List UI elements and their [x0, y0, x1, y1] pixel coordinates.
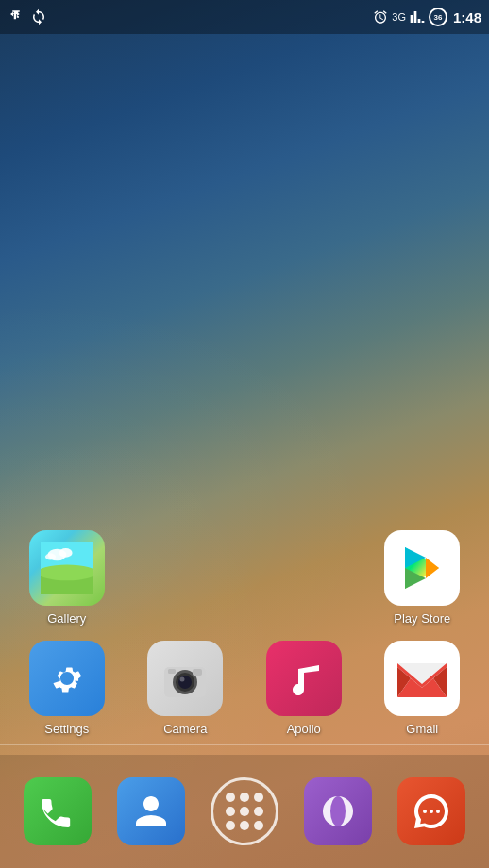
dock-contacts[interactable] [117, 777, 185, 845]
svg-point-14 [180, 677, 185, 682]
dock-divider [0, 744, 489, 745]
svg-point-13 [178, 676, 192, 689]
gallery-icon [29, 530, 105, 606]
svg-point-3 [45, 554, 56, 560]
camera-icon [147, 641, 223, 716]
wallpaper [0, 0, 489, 868]
dock-phone[interactable] [24, 777, 92, 845]
playstore-label: Play Store [394, 611, 450, 626]
svg-point-27 [430, 810, 433, 813]
settings-label: Settings [44, 722, 89, 736]
dock-opera[interactable] [304, 777, 372, 845]
network-36-badge: 36 [429, 8, 447, 26]
app-camera[interactable]: Camera [134, 641, 238, 736]
status-left-icons [8, 8, 47, 25]
app-grid: Gallery [0, 530, 489, 736]
gmail-icon [384, 641, 460, 716]
svg-rect-16 [168, 669, 176, 674]
messaging-icon [397, 777, 465, 845]
app-settings[interactable]: Settings [15, 641, 119, 736]
camera-label: Camera [163, 722, 207, 736]
phone-icon [24, 777, 92, 845]
status-bar: 3G 36 1:48 [0, 0, 489, 34]
dot-grid [226, 793, 263, 830]
clock-time: 1:48 [453, 9, 481, 25]
gmail-label: Gmail [406, 722, 438, 736]
alarm-icon [373, 9, 388, 25]
apollo-label: Apollo [287, 722, 321, 736]
app-apollo[interactable]: Apollo [252, 641, 356, 736]
gallery-label: Gallery [47, 611, 86, 626]
svg-rect-15 [193, 669, 202, 676]
dock-drawer[interactable] [211, 777, 278, 845]
svg-point-28 [436, 810, 440, 813]
svg-point-26 [423, 810, 427, 813]
usb-icon [8, 8, 25, 25]
app-playstore[interactable]: Play Store [371, 530, 475, 626]
sync-icon [30, 8, 47, 25]
drawer-icon [211, 777, 278, 845]
apollo-icon [266, 641, 342, 716]
svg-point-5 [41, 565, 93, 581]
svg-point-2 [59, 548, 72, 558]
dock-messaging[interactable] [397, 777, 465, 845]
svg-point-24 [330, 796, 346, 826]
settings-icon [29, 641, 105, 716]
signal-bars-icon [410, 9, 425, 25]
playstore-icon [384, 530, 460, 606]
app-gallery[interactable]: Gallery [15, 530, 119, 626]
status-right-icons: 3G 36 1:48 [373, 8, 481, 26]
opera-icon [304, 777, 372, 845]
network-3g-icon: 3G [392, 11, 406, 23]
app-gmail[interactable]: Gmail [371, 641, 475, 736]
contacts-icon [117, 777, 185, 845]
dock [0, 755, 489, 868]
svg-marker-9 [426, 558, 439, 578]
